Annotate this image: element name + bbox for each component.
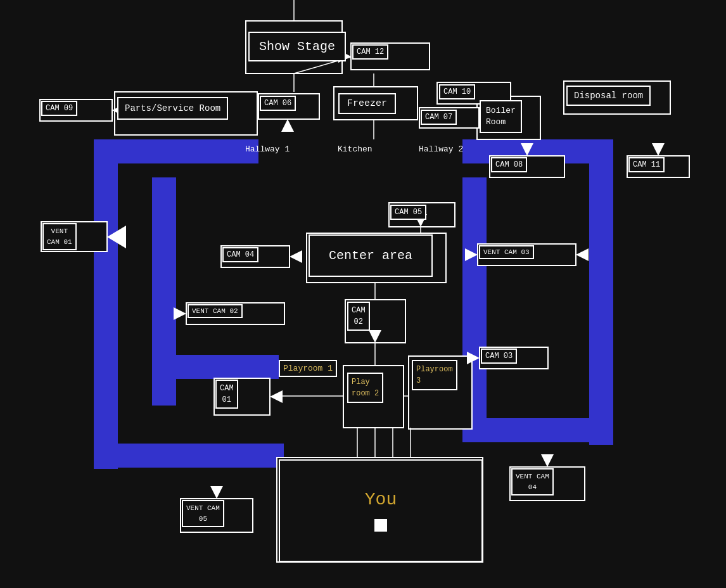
map-container: Show Stage Freezer Parts/Service Room Bo… [0,0,726,588]
svg-marker-63 [541,454,554,467]
ventcam03[interactable]: VENT CAM 03 [479,245,534,259]
ventcam01[interactable]: VENTCAM 01 [42,223,77,250]
svg-rect-8 [462,418,589,442]
svg-marker-55 [290,250,302,263]
playroom2-label[interactable]: Playroom 2 [347,373,383,403]
ventcam02[interactable]: VENT CAM 02 [188,304,243,318]
you-label: You [365,490,397,509]
svg-rect-3 [94,139,258,163]
cam10[interactable]: CAM 10 [439,84,475,99]
you-dot [374,519,387,532]
cam03[interactable]: CAM 03 [481,348,517,364]
cam06[interactable]: CAM 06 [260,96,296,111]
hallway2-label: Hallway 2 [419,144,463,154]
you-room[interactable]: You [279,459,483,562]
svg-marker-66 [652,143,665,156]
svg-marker-61 [270,390,283,403]
cam05[interactable]: CAM 05 [390,205,426,220]
cam02[interactable]: CAM02 [347,302,370,331]
svg-marker-53 [281,119,294,132]
disposal-room[interactable]: Disposal room [566,86,651,106]
svg-rect-1 [94,444,284,468]
svg-rect-4 [152,355,279,379]
cam04[interactable]: CAM 04 [222,247,258,262]
svg-rect-0 [94,139,118,469]
cam01[interactable]: CAM01 [215,380,238,409]
svg-rect-5 [589,139,613,444]
svg-marker-57 [174,307,186,320]
svg-rect-9 [589,418,613,445]
cam07[interactable]: CAM 07 [421,110,457,125]
show-stage-room[interactable]: Show Stage [248,32,346,61]
hallway1-label: Hallway 1 [245,144,290,154]
svg-marker-64 [210,486,223,499]
playroom1-label[interactable]: Playroom 1 [279,360,337,377]
cam08[interactable]: CAM 08 [491,157,527,172]
kitchen-label: Kitchen [338,144,373,154]
boiler-room[interactable]: BoilerRoom [480,100,522,133]
cam12[interactable]: CAM 12 [352,44,388,60]
ventcam04[interactable]: VENT CAM04 [511,468,554,495]
parts-service-room[interactable]: Parts/Service Room [117,97,228,120]
center-area-room[interactable]: Center area [309,234,433,277]
cam11[interactable]: CAM 11 [628,157,665,172]
svg-marker-58 [576,248,589,261]
playroom3-label[interactable]: Playroom3 [412,360,457,390]
freezer-room[interactable]: Freezer [338,93,396,114]
ventcam05[interactable]: VENT CAM05 [182,500,224,527]
cam09[interactable]: CAM 09 [41,101,77,116]
